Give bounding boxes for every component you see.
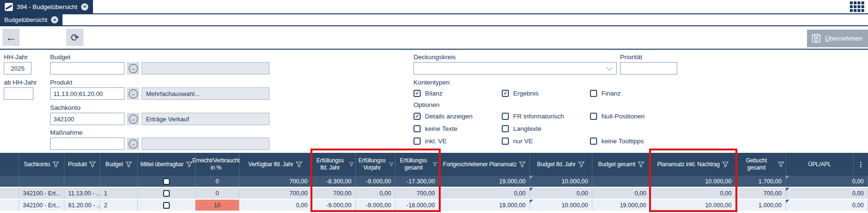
cell-erf_gesamt[interactable]: -18.000,00 [395,200,439,211]
column-header-budget[interactable]: Budget [100,153,138,176]
filter-funnel-icon[interactable] [778,161,784,167]
kontentyp-checkbox-bilanz[interactable]: Bilanz [413,87,502,99]
filter-funnel-icon[interactable] [296,161,302,167]
kontentyp-checkbox-ergebnis[interactable]: Ergebnis [502,87,590,99]
filter-funnel-icon[interactable] [389,161,393,167]
filter-funnel-icon[interactable] [349,161,354,167]
column-header-uepl[interactable]: ÜPL/APL [786,153,854,176]
column-header-produkt[interactable]: Produkt [64,153,100,176]
filter-funnel-icon[interactable] [52,161,59,167]
row-selector-cell[interactable] [0,200,19,211]
cell-produkt[interactable] [64,176,100,187]
filter-funnel-icon[interactable] [89,161,96,167]
unchecked-checkbox-icon[interactable] [502,125,509,132]
row-selector-cell[interactable] [0,188,19,199]
cell-uepl[interactable]: 0,00 [786,200,868,211]
sachkonto-input[interactable] [50,113,124,125]
checked-checkbox-icon[interactable] [413,113,421,120]
budget-input[interactable] [50,62,124,75]
unchecked-checkbox-icon[interactable] [163,178,170,185]
column-header-erf_lfd[interactable]: Erfüllungss lfd. Jahr [312,153,356,176]
cell-verfuegbar[interactable]: 700,00 [239,176,312,187]
column-header-fortg_plan[interactable]: Fortgeschriebener Planansatz [439,153,530,176]
window-tab-close-icon[interactable] [81,3,88,11]
cell-budget_gesamt[interactable] [592,176,651,187]
cell-budget_lfd[interactable]: 10.000,00 [530,200,592,211]
unchecked-checkbox-icon[interactable] [163,202,170,209]
page-tab-close-icon[interactable] [51,16,58,23]
cell-fortg_plan[interactable]: 0,00 [439,188,530,199]
budget-lookup-button[interactable] [127,62,139,75]
cell-plan_nachtrag[interactable]: 0,00 [651,188,736,199]
option-checkbox-details-anzeigen[interactable]: Details anzeigen [413,110,502,122]
cell-budget[interactable]: 2 [100,200,138,211]
cell-erreicht[interactable]: 10 [196,200,239,211]
unchecked-checkbox-icon[interactable] [590,90,597,97]
unchecked-checkbox-icon[interactable] [502,138,509,145]
checked-checkbox-icon[interactable] [502,90,509,97]
row-selector-cell[interactable] [0,176,19,187]
refresh-button[interactable] [66,29,83,46]
filter-funnel-icon[interactable] [722,161,729,167]
cell-verfuegbar[interactable]: 700,00 [239,188,312,199]
table-row[interactable]: 342100 - Ert...61.20.00 - ...2100,00-9.0… [0,200,868,212]
cell-budget[interactable]: 1 [100,188,138,199]
checked-checkbox-icon[interactable] [413,90,421,97]
option-checkbox-keine-texte[interactable]: keine Texte [413,122,502,135]
cell-fortg_plan[interactable]: 19.000,00 [439,176,530,187]
cell-erf_lfd[interactable]: 700,00 [312,188,356,199]
massnahme-lookup-button[interactable] [127,138,139,150]
cell-produkt[interactable]: 61.20.00 - ... [64,200,100,211]
cell-erf_lfd[interactable]: -9.000,00 [312,200,356,211]
unchecked-checkbox-icon[interactable] [163,190,170,197]
filter-funnel-icon[interactable] [638,161,644,167]
cell-gebucht[interactable]: 700,00 [736,188,786,199]
column-header-gebucht[interactable]: Gebucht gesamt [736,153,786,176]
unchecked-checkbox-icon[interactable] [590,138,597,145]
cell-plan_nachtrag[interactable]: 10.000,00 [651,176,736,187]
filter-funnel-icon[interactable] [186,161,193,167]
table-summary-row[interactable]: 0700,00-8.300,00-9.000,00-17.300,0019.00… [0,176,868,188]
column-header-plan_nachtrag[interactable]: Planansatz inkl. Nachtrag [651,153,736,176]
cell-sachkonto[interactable]: 342100 - Ert... [19,200,64,211]
apply-button[interactable]: Übernehmen [807,30,868,47]
column-menu-icon[interactable] [854,153,868,176]
cell-budget_gesamt[interactable]: 0,00 [592,188,651,199]
cell-uepl[interactable]: 0,00 [786,176,868,187]
hh-jahr-input[interactable] [4,62,31,75]
ab-hh-jahr-input[interactable] [4,87,33,100]
column-header-erf_gesamt[interactable]: Erfüllungss gesamt [395,153,439,176]
window-tab[interactable]: 394 - Budgetübersicht [0,0,93,13]
cell-erreicht[interactable]: 0 [196,188,239,199]
option-checkbox-fr-informatorisch[interactable]: FR informatorisch [502,110,590,122]
option-checkbox-nur-ve[interactable]: nur VE [502,135,590,147]
prioritaet-input[interactable] [620,62,677,75]
column-header-mittel[interactable]: Mittel übertragbar [138,153,196,176]
column-header-budget_lfd[interactable]: Budget lfd. Jahr [530,153,592,176]
cell-produkt[interactable]: 11.13.00 - ... [64,188,100,199]
column-header-erf_vorjahr[interactable]: Erfüllungss Vorjahr [356,153,395,176]
option-checkbox-langtexte[interactable]: Langtexte [502,122,590,135]
massnahme-input[interactable] [50,138,124,150]
app-grid-menu-icon[interactable] [850,1,864,12]
cell-verfuegbar[interactable]: 0,00 [239,200,312,211]
cell-budget_gesamt[interactable]: 19.000,00 [592,200,651,211]
unchecked-checkbox-icon[interactable] [413,138,421,145]
cell-gebucht[interactable]: 1.700,00 [736,176,786,187]
filter-funnel-icon[interactable] [519,161,526,167]
cell-uepl[interactable]: 0,00 [786,188,868,199]
produkt-lookup-button[interactable] [127,87,139,100]
option-checkbox-keine-tooltipps[interactable]: keine Tooltipps [590,135,678,147]
back-button[interactable] [2,29,20,46]
filter-funnel-icon[interactable] [433,161,437,167]
unchecked-checkbox-icon[interactable] [590,113,597,120]
column-header-sachkonto[interactable]: Sachkonto [19,153,64,176]
produkt-input[interactable] [50,87,124,100]
filter-funnel-icon[interactable] [125,161,132,167]
kontentyp-checkbox-finanz[interactable]: Finanz [590,87,678,99]
cell-sachkonto[interactable]: 342100 - Ert... [19,188,64,199]
cell-sachkonto[interactable] [19,176,64,187]
unchecked-checkbox-icon[interactable] [502,113,509,120]
cell-plan_nachtrag[interactable]: 10.000,00 [651,200,736,211]
cell-erf_gesamt[interactable]: 700,00 [395,188,439,199]
